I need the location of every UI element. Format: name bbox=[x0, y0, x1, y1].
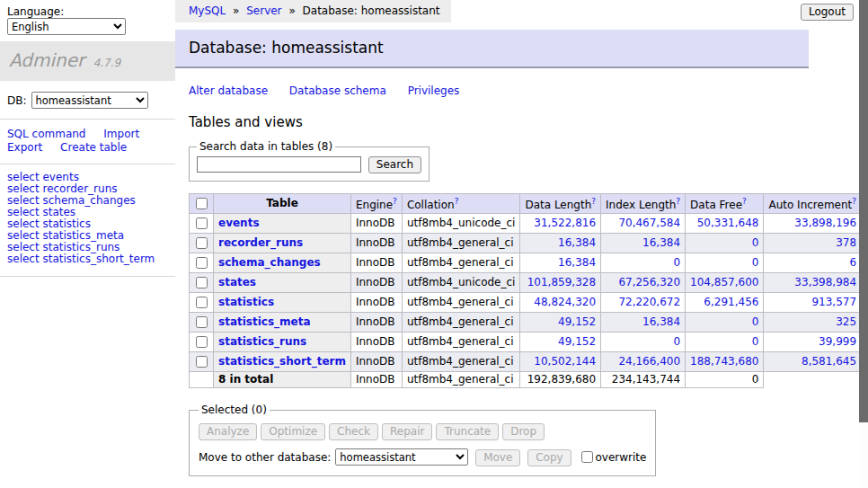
sidebar-table-link[interactable]: select schema_changes bbox=[7, 194, 136, 207]
db-select[interactable]: homeassistant bbox=[31, 92, 148, 109]
index-length-link[interactable]: 16,384 bbox=[642, 236, 680, 249]
column-header: Data Free? bbox=[686, 194, 764, 214]
table-name-link[interactable]: events bbox=[218, 217, 260, 229]
auto-increment-link[interactable]: 6 bbox=[849, 256, 856, 269]
data-length-link[interactable]: 48,824,320 bbox=[534, 296, 596, 308]
row-checkbox[interactable] bbox=[196, 297, 208, 308]
sidebar: Language:English Adminer 4.7.9 DB:homeas… bbox=[0, 0, 175, 277]
table-name-link[interactable]: statistics_meta bbox=[218, 315, 311, 328]
row-checkbox[interactable] bbox=[196, 257, 208, 269]
overwrite-checkbox[interactable] bbox=[581, 451, 593, 463]
table-name-link[interactable]: recorder_runs bbox=[218, 236, 303, 249]
column-help-link[interactable]: ? bbox=[676, 197, 680, 206]
sidebar-table-link[interactable]: select statistics_short_term bbox=[7, 253, 155, 265]
column-help-link[interactable]: ? bbox=[393, 197, 397, 206]
vertical-scrollbar-thumb[interactable] bbox=[859, 0, 868, 422]
data-free-link[interactable]: 188,743,680 bbox=[690, 355, 758, 368]
language-select[interactable]: English bbox=[7, 18, 126, 35]
row-checkbox[interactable] bbox=[196, 356, 208, 368]
index-length-link[interactable]: 0 bbox=[673, 335, 680, 348]
logout-button[interactable]: Logout bbox=[801, 4, 854, 21]
breadcrumb-mysql-link[interactable]: MySQL bbox=[189, 4, 226, 17]
data-free-link[interactable]: 0 bbox=[752, 256, 759, 269]
row-checkbox[interactable] bbox=[196, 277, 208, 288]
index-length-link[interactable]: 16,384 bbox=[642, 315, 680, 328]
sidebar-table-link[interactable]: select recorder_runs bbox=[7, 182, 118, 195]
sidebar-link-import[interactable]: Import bbox=[103, 128, 139, 140]
analyze-button[interactable]: Analyze bbox=[199, 423, 257, 440]
table-row: schema_changesInnoDButf8mb4_general_ci16… bbox=[190, 253, 868, 273]
data-length-link[interactable]: 101,859,328 bbox=[527, 276, 596, 288]
data-free-link[interactable]: 0 bbox=[752, 335, 759, 348]
data-length-link[interactable]: 16,384 bbox=[558, 236, 596, 249]
copy-button[interactable]: Copy bbox=[527, 449, 571, 466]
data-length-link[interactable]: 49,152 bbox=[558, 315, 596, 328]
table-body: eventsInnoDButf8mb4_unicode_ci31,522,816… bbox=[190, 214, 868, 372]
data-free-link[interactable]: 6,291,456 bbox=[704, 296, 758, 308]
database-schema-link[interactable]: Database schema bbox=[289, 84, 386, 97]
auto-increment-link[interactable]: 33,398,984 bbox=[794, 276, 856, 288]
data-free-link[interactable]: 0 bbox=[752, 315, 759, 328]
data-length-link[interactable]: 31,522,816 bbox=[534, 217, 596, 229]
row-checkbox[interactable] bbox=[196, 316, 208, 328]
auto-increment-link[interactable]: 378 bbox=[836, 236, 856, 249]
alter-database-link[interactable]: Alter database bbox=[189, 84, 268, 97]
data-free-link[interactable]: 50,331,648 bbox=[697, 217, 759, 229]
sidebar-table-link[interactable]: select statistics_meta bbox=[7, 229, 124, 242]
select-all-checkbox[interactable] bbox=[196, 198, 208, 209]
row-checkbox[interactable] bbox=[196, 237, 208, 249]
row-checkbox[interactable] bbox=[196, 336, 208, 348]
repair-button[interactable]: Repair bbox=[382, 423, 432, 440]
sidebar-table-link[interactable]: select statistics_runs bbox=[7, 241, 120, 253]
index-length-link[interactable]: 67,256,320 bbox=[618, 276, 680, 288]
data-free-link[interactable]: 0 bbox=[752, 236, 759, 249]
auto-increment-link[interactable]: 8,581,645 bbox=[802, 355, 856, 368]
sidebar-link-create-table[interactable]: Create table bbox=[60, 141, 127, 154]
index-length-link[interactable]: 72,220,672 bbox=[618, 296, 680, 308]
drop-button[interactable]: Drop bbox=[502, 423, 545, 440]
optimize-button[interactable]: Optimize bbox=[261, 423, 325, 440]
sidebar-link-sql-command[interactable]: SQL command bbox=[7, 128, 85, 140]
column-help-link[interactable]: ? bbox=[455, 197, 459, 206]
truncate-button[interactable]: Truncate bbox=[436, 423, 499, 440]
auto-increment-link[interactable]: 39,999 bbox=[819, 335, 856, 348]
auto-increment-link[interactable]: 913,577 bbox=[811, 296, 856, 308]
table-name-link[interactable]: states bbox=[218, 276, 256, 288]
data-length-link[interactable]: 10,502,144 bbox=[534, 355, 596, 368]
data-length-link[interactable]: 16,384 bbox=[558, 256, 596, 269]
sidebar-table-link[interactable]: select events bbox=[7, 171, 79, 183]
search-input[interactable] bbox=[197, 156, 361, 173]
sidebar-table-link[interactable]: select statistics bbox=[7, 217, 91, 230]
collation-cell: utf8mb4_general_ci bbox=[402, 352, 520, 372]
privileges-link[interactable]: Privileges bbox=[408, 84, 460, 97]
table-name-link[interactable]: statistics_short_term bbox=[218, 355, 346, 368]
vertical-scrollbar-track[interactable] bbox=[859, 0, 868, 488]
table-name-cell: statistics_runs bbox=[214, 333, 351, 352]
search-button[interactable]: Search bbox=[368, 156, 421, 173]
index-length-cell: 0 bbox=[601, 253, 686, 273]
table-name-link[interactable]: schema_changes bbox=[218, 256, 321, 269]
column-help-link[interactable]: ? bbox=[742, 197, 747, 206]
table-name-link[interactable]: statistics bbox=[218, 296, 274, 308]
data-length-link[interactable]: 49,152 bbox=[558, 335, 596, 348]
check-button[interactable]: Check bbox=[329, 423, 378, 440]
column-help-link[interactable]: ? bbox=[591, 197, 596, 206]
language-label: Language: bbox=[7, 5, 64, 18]
index-length-link[interactable]: 24,166,400 bbox=[618, 355, 680, 368]
auto-increment-link[interactable]: 325 bbox=[836, 315, 856, 328]
index-length-link[interactable]: 0 bbox=[673, 256, 680, 269]
breadcrumb-server-link[interactable]: Server bbox=[246, 4, 281, 17]
sidebar-table-link[interactable]: select states bbox=[7, 206, 75, 218]
db-label: DB: bbox=[7, 94, 27, 107]
app-name[interactable]: Adminer bbox=[9, 49, 84, 71]
column-help-link[interactable]: ? bbox=[852, 197, 856, 206]
footer-data-length-cell: 192,839,680 bbox=[520, 372, 601, 388]
auto-increment-link[interactable]: 33,898,196 bbox=[794, 217, 856, 229]
table-name-link[interactable]: statistics_runs bbox=[218, 335, 306, 348]
move-button[interactable]: Move bbox=[475, 449, 520, 466]
data-free-link[interactable]: 104,857,600 bbox=[690, 276, 758, 288]
move-database-select[interactable]: homeassistant bbox=[335, 448, 468, 466]
index-length-link[interactable]: 70,467,584 bbox=[618, 217, 680, 229]
row-checkbox[interactable] bbox=[196, 217, 208, 229]
sidebar-link-export[interactable]: Export bbox=[7, 141, 42, 154]
